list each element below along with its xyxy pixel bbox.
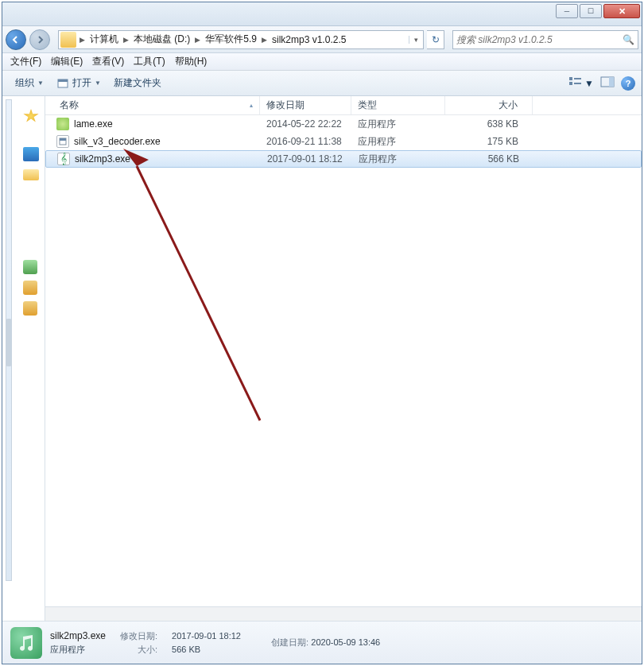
svg-rect-4 [574, 78, 581, 79]
svg-rect-2 [569, 77, 572, 80]
preview-pane-button[interactable] [600, 76, 615, 90]
details-created-label: 创建日期: [271, 637, 308, 647]
window-controls: ─ ☐ ✕ [554, 4, 640, 18]
view-mode-button[interactable]: ▼ [568, 76, 594, 90]
menu-view[interactable]: 查看(V) [87, 53, 129, 70]
menu-help[interactable]: 帮助(H) [170, 53, 212, 70]
back-arrow-icon [11, 35, 21, 45]
file-type: 应用程序 [351, 118, 445, 131]
forward-button[interactable] [29, 29, 50, 50]
forward-arrow-icon [35, 35, 45, 45]
chevron-down-icon: ▼ [584, 78, 594, 89]
column-header-date[interactable]: 修改日期 [260, 96, 351, 114]
chevron-right-icon[interactable]: ▶ [260, 36, 269, 44]
file-icon [56, 135, 69, 148]
sidebar-item[interactable] [23, 301, 37, 316]
favorites-icon[interactable] [23, 109, 39, 123]
file-size: 175 KB [445, 136, 533, 147]
new-folder-button[interactable]: 新建文件夹 [107, 73, 168, 93]
refresh-button[interactable]: ↻ [427, 30, 444, 49]
column-header-type[interactable]: 类型 [351, 96, 445, 114]
menu-file[interactable]: 文件(F) [6, 53, 46, 70]
breadcrumb-segment[interactable]: 计算机 [87, 33, 122, 46]
chevron-down-icon: ▼ [37, 79, 44, 87]
column-header-name[interactable]: 名称 ▴ [45, 96, 260, 114]
svg-rect-3 [569, 82, 572, 85]
breadcrumb-segment[interactable]: 华军软件5.9 [202, 33, 260, 46]
details-created-value: 2020-05-09 13:46 [311, 637, 380, 647]
file-row[interactable]: silk_v3_decoder.exe2016-09-21 11:38应用程序1… [45, 133, 642, 150]
folder-icon[interactable] [23, 169, 39, 180]
file-size: 566 KB [446, 153, 533, 165]
open-label: 打开 [72, 76, 91, 90]
breadcrumb-segment[interactable]: silk2mp3 v1.0.2.5 [269, 34, 349, 45]
file-rows: lame.exe2014-05-22 22:22应用程序638 KBsilk_v… [45, 115, 642, 606]
menu-edit[interactable]: 编辑(E) [46, 53, 87, 70]
close-button[interactable]: ✕ [603, 4, 640, 18]
details-info: silk2mp3.exe 修改日期: 2017-09-01 18:12 应用程序… [50, 630, 255, 656]
chevron-right-icon[interactable]: ▶ [193, 36, 202, 44]
sidebar-item[interactable] [23, 260, 37, 274]
details-pane: silk2mp3.exe 修改日期: 2017-09-01 18:12 应用程序… [2, 621, 642, 664]
maximize-button[interactable]: ☐ [580, 4, 602, 18]
organize-button[interactable]: 组织 ▼ [9, 73, 50, 93]
file-name: silk_v3_decoder.exe [74, 136, 161, 147]
sidebar-scrollbar[interactable] [6, 319, 12, 366]
menu-tools[interactable]: 工具(T) [129, 53, 169, 70]
open-button[interactable]: 打开 ▼ [50, 73, 107, 93]
breadcrumb-segment[interactable]: 本地磁盘 (D:) [130, 33, 193, 46]
details-modified-label: 修改日期: [120, 630, 157, 642]
breadcrumb[interactable]: ▶ 计算机 ▶ 本地磁盘 (D:) ▶ 华军软件5.9 ▶ silk2mp3 v… [58, 30, 424, 49]
file-list-pane: 名称 ▴ 修改日期 类型 大小 lame.exe2014-05-22 22:22… [45, 96, 642, 621]
file-row[interactable]: 𝄞silk2mp3.exe2017-09-01 18:12应用程序566 KB [45, 150, 642, 168]
preview-pane-icon [600, 76, 615, 87]
organize-label: 组织 [15, 76, 34, 90]
details-size-value: 566 KB [172, 645, 241, 654]
file-large-icon [10, 627, 42, 659]
navbar: ▶ 计算机 ▶ 本地磁盘 (D:) ▶ 华军软件5.9 ▶ silk2mp3 v… [2, 26, 642, 53]
toolbar: 组织 ▼ 打开 ▼ 新建文件夹 ▼ ? [2, 71, 642, 96]
details-modified-value: 2017-09-01 18:12 [172, 631, 241, 641]
refresh-icon: ↻ [432, 34, 440, 45]
file-type: 应用程序 [351, 135, 445, 149]
file-row[interactable]: lame.exe2014-05-22 22:22应用程序638 KB [45, 115, 642, 133]
navigation-pane[interactable] [2, 96, 45, 621]
back-button[interactable] [6, 29, 26, 50]
help-button[interactable]: ? [621, 76, 635, 91]
svg-rect-1 [58, 79, 68, 82]
sort-arrow-icon: ▴ [250, 102, 253, 109]
toolbar-right: ▼ ? [568, 76, 635, 91]
file-type: 应用程序 [352, 153, 446, 166]
svg-rect-5 [574, 83, 581, 84]
chevron-right-icon[interactable]: ▶ [78, 36, 87, 44]
column-header-size[interactable]: 大小 [445, 96, 533, 114]
details-created: 创建日期: 2020-05-09 13:46 [271, 637, 380, 649]
file-date: 2017-09-01 18:12 [261, 153, 352, 165]
maximize-icon: ☐ [588, 7, 594, 15]
search-icon[interactable]: 🔍 [623, 34, 634, 45]
details-type: 应用程序 [50, 644, 106, 656]
chevron-right-icon[interactable]: ▶ [122, 36, 130, 44]
sidebar-item[interactable] [23, 281, 37, 295]
help-icon: ? [626, 79, 631, 88]
svg-rect-9 [60, 138, 66, 141]
folder-icon [60, 32, 76, 48]
file-size: 638 KB [445, 118, 533, 130]
file-date: 2014-05-22 22:22 [260, 118, 351, 130]
details-filename: silk2mp3.exe [50, 630, 106, 641]
explorer-window: ─ ☐ ✕ ▶ 计算机 ▶ 本地磁盘 (D:) ▶ 华军软件5.9 ▶ silk… [2, 2, 642, 664]
file-icon: 𝄞 [57, 153, 70, 165]
search-input[interactable] [456, 34, 623, 45]
details-size-label: 大小: [120, 644, 157, 656]
minimize-button[interactable]: ─ [556, 4, 578, 18]
body: 名称 ▴ 修改日期 类型 大小 lame.exe2014-05-22 22:22… [2, 96, 642, 621]
search-box[interactable]: 🔍 [452, 30, 638, 49]
computer-icon[interactable] [23, 147, 39, 161]
chevron-down-icon: ▼ [95, 79, 101, 87]
horizontal-scrollbar[interactable] [45, 606, 642, 621]
open-icon [56, 77, 69, 90]
file-name: silk2mp3.exe [75, 153, 130, 165]
close-icon: ✕ [619, 6, 626, 17]
breadcrumb-dropdown[interactable]: ▾ [409, 36, 423, 44]
file-icon [56, 118, 69, 130]
